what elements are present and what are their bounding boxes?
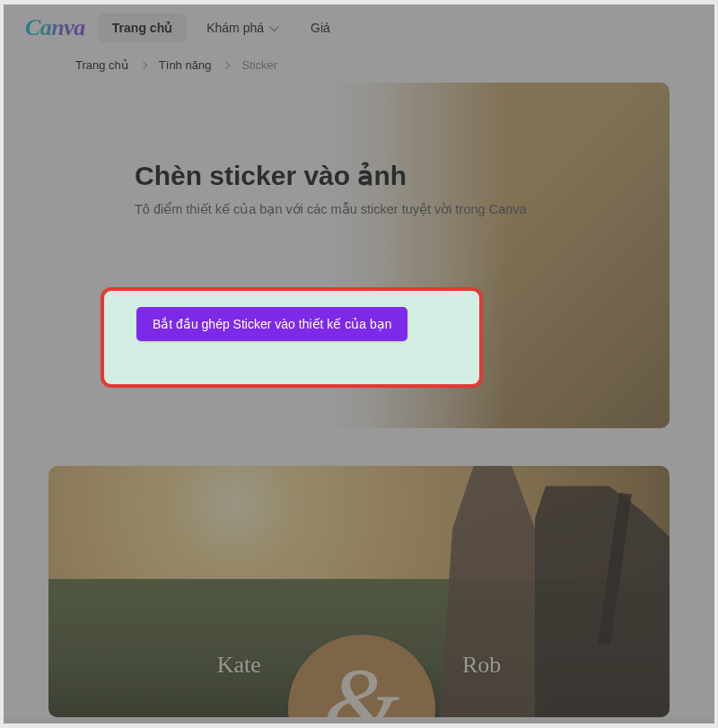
nav-explore-label: Khám phá — [206, 21, 264, 35]
chevron-right-icon — [223, 61, 230, 68]
ampersand-icon: & — [323, 653, 400, 717]
canva-logo[interactable]: Canva — [25, 14, 85, 41]
breadcrumb-home[interactable]: Trang chủ — [75, 58, 128, 72]
hero-banner: Chèn sticker vào ảnh Tô điểm thiết kế củ… — [48, 83, 670, 428]
template-name-right: Rob — [462, 652, 501, 679]
template-card[interactable]: Kate & Rob — [48, 466, 670, 717]
nav-pricing[interactable]: Giá — [296, 13, 345, 42]
breadcrumb-current: Sticker — [241, 58, 277, 72]
device-mock-edge — [659, 426, 670, 428]
nav-explore[interactable]: Khám phá — [192, 13, 291, 42]
template-text-row: Kate & Rob — [48, 635, 670, 696]
hero-subtitle: Tô điểm thiết kế của bạn với các mẫu sti… — [135, 202, 670, 216]
breadcrumb: Trang chủ Tính năng Sticker — [4, 46, 714, 83]
template-name-left: Kate — [217, 652, 261, 679]
hero-title: Chèn sticker vào ảnh — [135, 160, 670, 191]
start-sticker-button[interactable]: Bắt đầu ghép Sticker vào thiết kế của bạ… — [136, 307, 407, 341]
ampersand-badge: & — [288, 635, 435, 717]
top-nav: Canva Trang chủ Khám phá Giá — [4, 4, 714, 46]
chevron-right-icon — [140, 61, 147, 68]
nav-home[interactable]: Trang chủ — [98, 13, 187, 42]
breadcrumb-features[interactable]: Tính năng — [159, 58, 212, 72]
chevron-down-icon — [269, 22, 279, 31]
